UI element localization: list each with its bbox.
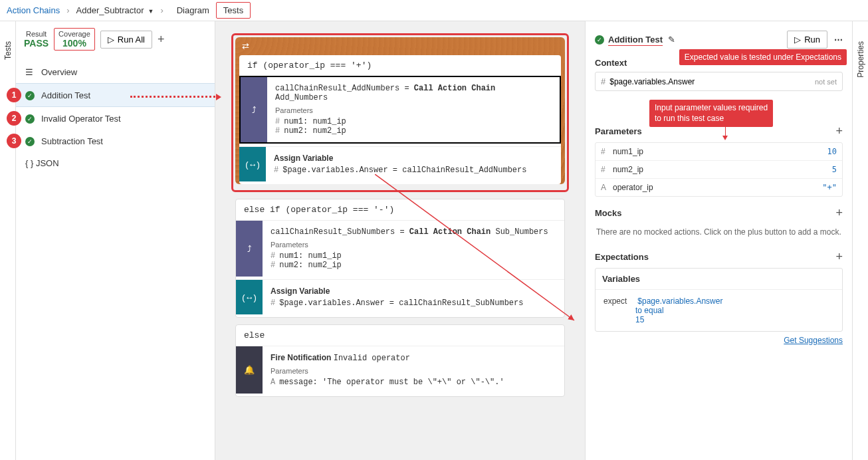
mocks-empty-text: There are no mocked actions. Click on th… [595,224,843,241]
assign-icon: (↔) [236,280,263,314]
overview-item[interactable]: ☰ Overview [16,61,215,83]
result-summary: Result PASS [24,30,49,49]
callout-params: Input parameter values required to run t… [649,100,773,127]
action-call-add[interactable]: ⤴ callChainResult_AddNumbers = Call Acti… [239,76,561,144]
check-circle-icon: ✓ [595,35,604,45]
assign-icon: (↔) [239,147,266,181]
highlighted-block: ⇄ if (operator_ip === '+') ⤴ callChainRe… [231,33,569,192]
param-row[interactable]: # num1_ip 10 [596,143,842,161]
context-label: Context [595,58,627,68]
test-item-invalid[interactable]: 2 ✓ Invalid Operator Test [16,107,215,130]
badge-2: 2 [7,111,21,126]
text-icon: A [271,378,275,387]
bell-icon: 🔔 [236,346,263,394]
get-suggestions-link[interactable]: Get Suggestions [784,336,843,345]
tests-panel: Result PASS Coverage 100% ▷ Run All + ☰ … [16,21,215,460]
hash-icon: # [271,298,275,308]
context-field[interactable] [609,77,811,86]
list-icon: ☰ [25,67,36,77]
chevron-right-icon: › [66,5,69,15]
play-icon: ▷ [108,35,114,45]
test-title: Addition Test [608,35,663,45]
vertical-tab-tests[interactable]: Tests [0,21,16,460]
test-item-subtraction[interactable]: 3 ✓ Subtraction Test [16,130,215,152]
callout-arrow [130,96,219,98]
not-set-label: not set [815,78,837,86]
callout-expected: Expected value is tested under Expectati… [679,49,847,65]
breadcrumb-root[interactable]: Action Chains [7,5,60,15]
expectation-row[interactable]: expect $page.variables.Answer to equal 1… [596,290,842,331]
diagram-canvas: ⇄ if (operator_ip === '+') ⤴ callChainRe… [215,21,585,460]
caret-down-icon: ▼ [148,8,154,15]
run-button[interactable]: ▷Run [787,31,827,49]
breadcrumb-chain[interactable]: Adder_Subtractor▼ [76,5,154,15]
test-item-addition[interactable]: 1 ✓ Addition Test [16,83,215,107]
add-mock-button[interactable]: + [835,206,843,220]
hash-icon: # [271,261,275,270]
context-input[interactable]: # not set [595,72,843,91]
variables-header: Variables [596,269,842,290]
else-condition: else [236,325,564,346]
hash-icon: # [274,166,278,175]
hash-icon: # [275,117,280,126]
action-assign-sub[interactable]: (↔) Assign Variable #$page.variables.Ans… [236,279,564,314]
branch-icon: ⇄ [242,41,249,51]
add-expectation-button[interactable]: + [835,250,843,264]
param-row[interactable]: A operator_ip "+" [596,179,842,196]
hash-icon: # [271,251,275,261]
check-circle-icon: ✓ [25,91,35,100]
hash-icon: # [275,126,280,136]
expectations-panel: Variables expect $page.variables.Answer … [595,268,843,332]
more-icon[interactable]: ⋯ [834,35,843,45]
action-notify[interactable]: 🔔 Fire Notification Invalid operator Par… [236,346,564,394]
expectations-label: Expectations [595,252,649,262]
text-icon: A [601,183,613,192]
action-call-sub[interactable]: ⤴ callChainResult_SubNumbers = Call Acti… [236,220,564,277]
chevron-right-icon: › [160,5,163,15]
param-row[interactable]: # num2_ip 5 [596,161,842,179]
badge-1: 1 [7,88,21,102]
add-param-button[interactable]: + [835,124,843,138]
run-all-button[interactable]: ▷ Run All [100,31,152,49]
call-chain-icon: ⤴ [241,77,267,142]
properties-panel: ✓ Addition Test ✎ ▷Run ⋯ Expected value … [585,21,852,460]
check-circle-icon: ✓ [25,137,35,146]
parameters-label: Parameters [595,126,642,136]
hash-icon: # [601,147,613,156]
mocks-label: Mocks [595,208,621,218]
hash-icon: # [601,165,613,174]
badge-3: 3 [7,134,21,148]
tab-tests[interactable]: Tests [216,2,251,19]
tab-diagram[interactable]: Diagram [170,3,216,18]
parameters-table: # num1_ip 10 # num2_ip 5 A operator_ip "… [595,142,843,197]
edit-icon[interactable]: ✎ [668,35,675,45]
vertical-tab-properties[interactable]: Properties [852,21,868,460]
check-circle-icon: ✓ [25,114,35,124]
coverage-summary: Coverage 100% [54,28,95,51]
elseif-condition: else if (operator_ip === '-') [236,199,564,220]
breadcrumb: Action Chains › Adder_Subtractor▼ › Diag… [0,0,868,21]
add-test-button[interactable]: + [158,33,165,47]
action-assign-add[interactable]: (↔) Assign Variable #$page.variables.Ans… [239,146,561,181]
if-condition: if (operator_ip === '+') [239,55,561,76]
hash-icon: # [601,76,605,86]
call-chain-icon: ⤴ [236,221,263,277]
json-item[interactable]: { } JSON [16,152,215,174]
play-icon: ▷ [794,35,801,45]
